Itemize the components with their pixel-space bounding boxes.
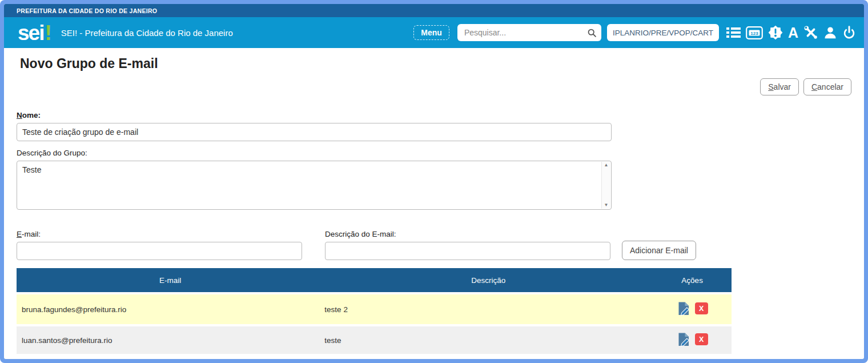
description-cell: teste	[324, 326, 653, 354]
window-frame: PREFEITURA DA CIDADE DO RIO DE JANEIRO s…	[0, 0, 868, 363]
search-input[interactable]	[463, 27, 587, 38]
list-icon[interactable]	[726, 27, 741, 38]
form-actions: Salvar Cancelar	[17, 78, 851, 95]
email-description-input[interactable]	[325, 242, 610, 260]
tools-icon[interactable]	[803, 25, 818, 40]
app-window: PREFEITURA DA CIDADE DO RIO DE JANEIRO s…	[4, 4, 864, 359]
sei-logo-bang: !	[45, 22, 51, 43]
gov-topbar: PREFEITURA DA CIDADE DO RIO DE JANEIRO	[4, 4, 864, 17]
save-button[interactable]: Salvar	[760, 78, 799, 95]
scroll-up-icon[interactable]: ▲	[604, 163, 609, 167]
email-label: E-mail:	[17, 230, 302, 238]
cancel-button[interactable]: Cancelar	[803, 78, 851, 95]
description-cell: teste 2	[324, 294, 653, 324]
app-header: sei ! SEI! - Prefeitura da Cidade do Rio…	[4, 17, 864, 48]
numbers-123-icon[interactable]: 123	[746, 26, 763, 39]
email-description-field-group: Descrição do E-mail:	[325, 230, 610, 260]
name-label: Nome:	[17, 111, 851, 119]
email-entry-row: E-mail: Descrição do E-mail: Adicionar E…	[17, 230, 851, 260]
unit-selector-button[interactable]: IPLANRIO/PRE/VPOP/CART	[607, 24, 719, 41]
font-size-icon[interactable]: A	[788, 26, 798, 40]
app-title: SEI! - Prefeitura da Cidade do Rio de Ja…	[61, 28, 233, 38]
edit-icon[interactable]	[677, 301, 691, 316]
gov-topbar-title: PREFEITURA DA CIDADE DO RIO DE JANEIRO	[17, 7, 157, 14]
actions-cell: X	[653, 326, 732, 354]
email-input[interactable]	[17, 242, 302, 260]
email-field-group: E-mail:	[17, 230, 302, 260]
page-title: Novo Grupo de E-mail	[20, 56, 851, 71]
table-row: luan.santos@prefeitura.rio teste	[17, 326, 732, 354]
email-description-label: Descrição do E-mail:	[325, 230, 610, 238]
power-icon[interactable]	[842, 26, 856, 39]
sei-logo[interactable]: sei !	[18, 22, 52, 43]
news-badge-icon[interactable]	[768, 25, 783, 40]
user-icon[interactable]	[823, 26, 837, 39]
search-box[interactable]	[457, 24, 601, 41]
sei-logo-text: sei	[18, 22, 43, 43]
menu-button[interactable]: Menu	[413, 25, 449, 40]
column-header-description: Descrição	[324, 268, 653, 292]
delete-icon[interactable]: X	[695, 333, 708, 345]
header-icon-strip: 123 A	[726, 25, 856, 40]
email-group-table: E-mail Descrição Ações bruna.fagundes@pr…	[17, 266, 732, 356]
add-email-button[interactable]: Adicionar E-mail	[622, 241, 696, 260]
group-description-label: Descrição do Grupo:	[17, 149, 851, 157]
scroll-down-icon[interactable]: ▼	[604, 203, 609, 208]
table-row: bruna.fagundes@prefeitura.rio teste 2	[17, 294, 732, 324]
group-description-field: Teste ▲ ▼	[17, 161, 612, 210]
group-description-textarea[interactable]: Teste	[17, 161, 611, 209]
email-cell: luan.santos@prefeitura.rio	[17, 326, 324, 354]
column-header-actions: Ações	[653, 268, 732, 292]
email-cell: bruna.fagundes@prefeitura.rio	[17, 294, 324, 324]
column-header-email: E-mail	[17, 268, 324, 292]
search-icon[interactable]	[587, 28, 597, 38]
page-content: Novo Grupo de E-mail Salvar Cancelar Nom…	[4, 56, 864, 356]
delete-icon[interactable]: X	[695, 302, 708, 314]
name-input[interactable]	[17, 123, 612, 141]
edit-icon[interactable]	[677, 332, 691, 347]
textarea-scrollbar[interactable]: ▲ ▼	[601, 162, 610, 209]
svg-text:123: 123	[750, 30, 758, 35]
table-header-row: E-mail Descrição Ações	[17, 268, 732, 292]
actions-cell: X	[653, 294, 732, 324]
